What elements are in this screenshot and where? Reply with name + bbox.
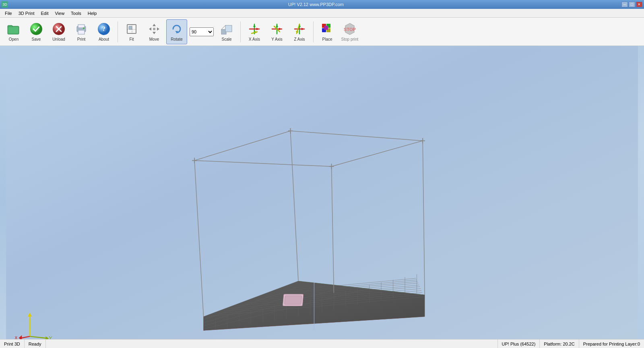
rotate-button[interactable]: Rotate [166, 19, 187, 44]
scale-icon [220, 22, 233, 36]
toolbar-separator-3 [313, 21, 314, 42]
save-button[interactable]: Save [26, 19, 47, 44]
svg-marker-17 [153, 24, 156, 26]
stop-print-icon: STOP [343, 22, 357, 36]
svg-rect-24 [225, 25, 232, 32]
svg-rect-105 [285, 296, 302, 304]
svg-rect-2 [8, 27, 18, 33]
svg-marker-20 [157, 27, 159, 31]
move-icon [147, 22, 161, 36]
svg-line-25 [221, 25, 225, 29]
minimize-button[interactable]: ─ [621, 2, 628, 7]
place-icon [320, 22, 334, 36]
svg-text:?: ? [102, 25, 105, 32]
status-platform-temp: Platform: 20.2C [540, 340, 579, 348]
status-spacer [46, 340, 498, 348]
move-button[interactable]: Move [144, 19, 165, 44]
unload-icon [52, 22, 66, 36]
menu-3dprint[interactable]: 3D Print [15, 9, 38, 17]
toolbar-separator-2 [240, 21, 241, 42]
svg-point-10 [83, 27, 85, 29]
menu-tools[interactable]: Tools [68, 9, 85, 17]
svg-marker-19 [149, 27, 151, 31]
close-button[interactable]: ✕ [636, 2, 642, 7]
svg-marker-40 [301, 28, 304, 30]
svg-text:Y: Y [49, 335, 52, 339]
svg-marker-18 [153, 32, 156, 34]
fit-icon [125, 22, 138, 36]
svg-marker-35 [279, 28, 282, 30]
svg-rect-14 [129, 26, 132, 29]
open-button[interactable]: Open [3, 19, 24, 44]
menubar: File 3D Print Edit View Tools Help [0, 9, 644, 18]
svg-text:STOP: STOP [344, 27, 356, 32]
place-button[interactable]: Place [317, 19, 338, 44]
svg-point-3 [30, 23, 42, 35]
svg-rect-9 [78, 30, 85, 34]
svg-rect-8 [78, 25, 85, 28]
3d-viewport-canvas: x Y [0, 46, 644, 339]
menu-file[interactable]: File [2, 9, 15, 17]
y-axis-button[interactable]: Y Axis [266, 19, 287, 44]
status-layer-info: Prepared for Printing Layer:0 [579, 340, 644, 348]
about-button[interactable]: ? About [93, 19, 114, 44]
rotate-value-select[interactable]: 45 90 180 270 [190, 27, 214, 36]
svg-marker-33 [276, 24, 278, 27]
statusbar: Print 3D Ready UP! Plus (64522) Platform… [0, 339, 644, 348]
svg-marker-29 [256, 28, 259, 30]
menu-edit[interactable]: Edit [37, 9, 52, 17]
status-printer-model: UP! Plus (64522) [498, 340, 540, 348]
window-title: UP! V2.12 www.PP3DP.com [288, 2, 344, 7]
scale-button[interactable]: Scale [216, 19, 237, 44]
x-axis-button[interactable]: X Axis [244, 19, 265, 44]
menu-view[interactable]: View [52, 9, 68, 17]
rotate-icon [170, 22, 184, 36]
maximize-button[interactable]: □ [629, 2, 635, 7]
save-icon [29, 22, 43, 36]
rotate-value-group: 45 90 180 270 [190, 27, 214, 36]
z-axis-icon [293, 22, 306, 36]
status-ready: Ready [25, 340, 46, 348]
toolbar: Open Save Unload [0, 18, 644, 46]
titlebar-buttons: ─ □ ✕ [621, 2, 642, 7]
stop-print-button[interactable]: STOP Stop print [339, 19, 360, 44]
status-print3d: Print 3D [0, 340, 25, 348]
open-icon [7, 22, 21, 36]
viewport[interactable]: x Y [0, 46, 644, 339]
svg-rect-21 [153, 28, 155, 30]
svg-marker-27 [253, 24, 256, 27]
svg-text:x: x [15, 334, 18, 339]
menu-help[interactable]: Help [85, 9, 100, 17]
about-icon: ? [97, 22, 111, 36]
title-icon: 3D [2, 1, 8, 8]
svg-rect-47 [324, 26, 328, 30]
z-axis-button[interactable]: Z Axis [289, 19, 310, 44]
print-icon [74, 22, 88, 36]
fit-button[interactable]: Fit [121, 19, 142, 44]
print-button[interactable]: Print [71, 19, 92, 44]
titlebar: 3D UP! V2.12 www.PP3DP.com ─ □ ✕ [0, 0, 644, 9]
toolbar-separator-1 [118, 21, 118, 42]
unload-button[interactable]: Unload [48, 19, 69, 44]
x-axis-icon [248, 22, 261, 36]
y-axis-icon [270, 22, 284, 36]
